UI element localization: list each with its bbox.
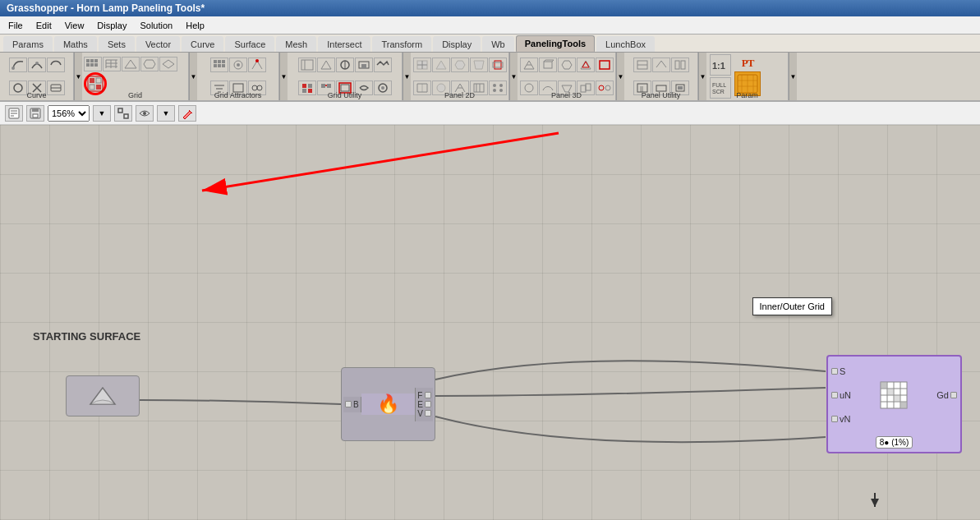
param-section-add[interactable]: ▼ bbox=[789, 53, 797, 100]
svg-rect-112 bbox=[118, 108, 122, 113]
draw-btn[interactable] bbox=[178, 105, 196, 122]
starting-surface-label: STARTING SURFACE bbox=[33, 330, 140, 343]
zoom-dropdown-btn[interactable]: ▼ bbox=[93, 105, 111, 122]
toolbar-section-panel-utility: || Panel Utility bbox=[624, 53, 698, 100]
toolbar-btn-c2[interactable] bbox=[28, 58, 46, 72]
menu-edit[interactable]: Edit bbox=[31, 19, 57, 32]
panel-utility-section-add[interactable]: ▼ bbox=[698, 53, 706, 100]
svg-point-33 bbox=[255, 59, 259, 62]
menu-file[interactable]: File bbox=[3, 19, 28, 32]
toolbar-btn-gu4[interactable] bbox=[355, 58, 373, 72]
tab-sets[interactable]: Sets bbox=[99, 36, 135, 52]
svg-rect-111 bbox=[33, 114, 38, 117]
toolbar-btn-gu1[interactable] bbox=[298, 58, 316, 72]
tab-display[interactable]: Display bbox=[433, 36, 481, 52]
svg-point-35 bbox=[252, 85, 257, 90]
svg-rect-93 bbox=[656, 85, 666, 91]
toolbar-btn-ga2[interactable] bbox=[229, 58, 247, 72]
new-file-btn[interactable] bbox=[5, 105, 23, 122]
toolbar-btn-p2d2[interactable] bbox=[432, 58, 450, 72]
fit-view-btn[interactable] bbox=[114, 105, 132, 122]
toolbar-btn-pu2[interactable] bbox=[652, 58, 670, 72]
zoom-select[interactable]: 156% 100% 50% 200% bbox=[48, 105, 90, 122]
toolbar-btn-param1[interactable]: 1:1 bbox=[710, 54, 731, 76]
tab-transform[interactable]: Transform bbox=[372, 36, 431, 52]
toolbar-btn-g5[interactable] bbox=[159, 57, 177, 71]
tab-lunchbox[interactable]: LunchBox bbox=[596, 36, 655, 52]
tab-panelingtools[interactable]: PanelingTools bbox=[516, 35, 595, 52]
toolbar-btn-g3[interactable] bbox=[122, 57, 140, 71]
canvas-area[interactable]: STARTING SURFACE Inner/Outer Grid bbox=[0, 125, 980, 520]
toolbar-btn-g1[interactable] bbox=[84, 57, 102, 71]
toolbar-btn-p2d5[interactable] bbox=[489, 58, 507, 72]
tab-maths[interactable]: Maths bbox=[54, 36, 97, 52]
svg-point-85 bbox=[599, 85, 604, 90]
svg-point-32 bbox=[237, 63, 240, 67]
toolbar-btn-c3[interactable] bbox=[47, 58, 65, 72]
toolbar-btn-p2d4[interactable] bbox=[470, 58, 488, 72]
svg-text:FULL: FULL bbox=[712, 82, 726, 88]
surface-node[interactable] bbox=[66, 375, 140, 416]
toolbar-btn-p3d1[interactable] bbox=[520, 58, 538, 72]
grid-section-add[interactable]: ▼ bbox=[189, 53, 197, 100]
svg-rect-47 bbox=[321, 84, 325, 88]
toolbar-btn-gu5[interactable] bbox=[374, 58, 392, 72]
menu-display[interactable]: Display bbox=[92, 19, 131, 32]
curve-section-add[interactable]: ▼ bbox=[74, 53, 82, 100]
svg-rect-22 bbox=[96, 78, 101, 83]
tab-surface[interactable]: Surface bbox=[225, 36, 274, 52]
fire-port-e bbox=[425, 401, 431, 407]
svg-text:1:1: 1:1 bbox=[712, 61, 725, 71]
svg-rect-131 bbox=[900, 402, 907, 408]
tab-vector[interactable]: Vector bbox=[136, 36, 180, 52]
toolbar-btn-g4[interactable] bbox=[140, 57, 159, 71]
tab-curve[interactable]: Curve bbox=[182, 36, 223, 52]
svg-rect-9 bbox=[90, 63, 94, 67]
toolbar-btn-p2d3[interactable] bbox=[451, 58, 469, 72]
toolbar-btn-gu2[interactable] bbox=[317, 58, 335, 72]
tab-intersect[interactable]: Intersect bbox=[318, 36, 370, 52]
toolbar-btn-pu3[interactable] bbox=[671, 58, 689, 72]
param-section-label: Param bbox=[706, 91, 788, 99]
view-dropdown-arrow[interactable]: ▼ bbox=[157, 105, 175, 122]
grid-attractors-section-add[interactable]: ▼ bbox=[279, 53, 288, 100]
toolbar-btn-c1[interactable] bbox=[9, 58, 27, 72]
panel2d-section-add[interactable]: ▼ bbox=[509, 53, 518, 100]
menu-solution[interactable]: Solution bbox=[135, 19, 177, 32]
toolbar-btn-ga3[interactable] bbox=[248, 58, 266, 72]
toolbar-btn-p3d3[interactable] bbox=[558, 58, 576, 72]
toolbar-btn-ga1[interactable] bbox=[210, 58, 228, 72]
menu-view[interactable]: View bbox=[60, 19, 90, 32]
toolbar-btn-p3d2[interactable] bbox=[539, 58, 557, 72]
svg-marker-58 bbox=[455, 61, 465, 69]
tab-params[interactable]: Params bbox=[3, 36, 53, 52]
toolbar-btn-gu3[interactable] bbox=[336, 58, 354, 72]
toolbar-btn-p3d5[interactable] bbox=[596, 58, 614, 72]
panel3d-section-add[interactable]: ▼ bbox=[616, 53, 624, 100]
panel-utility-section-label: Panel Utility bbox=[624, 91, 697, 99]
svg-rect-25 bbox=[214, 60, 217, 63]
toolbar-btn-g2[interactable] bbox=[103, 57, 121, 71]
svg-rect-81 bbox=[600, 61, 610, 69]
view-bar: 156% 100% 50% 200% ▼ ▼ bbox=[0, 102, 980, 125]
inner-outer-grid-node[interactable]: S uN vN bbox=[826, 355, 962, 453]
fire-node[interactable]: B 🔥 F E V bbox=[341, 367, 435, 441]
tab-mesh[interactable]: Mesh bbox=[276, 36, 316, 52]
svg-rect-129 bbox=[887, 389, 894, 395]
save-btn[interactable] bbox=[26, 105, 44, 122]
view-eye-btn[interactable] bbox=[136, 105, 154, 122]
tab-wb[interactable]: Wb bbox=[482, 36, 514, 52]
svg-marker-59 bbox=[474, 61, 484, 69]
toolbar-btn-pu1[interactable] bbox=[633, 58, 651, 72]
svg-marker-78 bbox=[562, 61, 572, 69]
toolbar-btn-p3d4[interactable] bbox=[577, 58, 595, 72]
grid-utility-section-add[interactable]: ▼ bbox=[403, 53, 411, 100]
svg-rect-28 bbox=[214, 64, 217, 67]
menu-help[interactable]: Help bbox=[181, 19, 209, 32]
svg-rect-24 bbox=[96, 85, 101, 90]
toolbar-section-grid-attractors: Grid Attractors bbox=[197, 53, 279, 100]
svg-rect-90 bbox=[681, 61, 685, 69]
svg-rect-10 bbox=[94, 63, 98, 67]
toolbar-btn-p2d1[interactable] bbox=[413, 58, 431, 72]
title-text: Grasshopper - Horn Lamp Paneling Tools* bbox=[7, 2, 205, 14]
